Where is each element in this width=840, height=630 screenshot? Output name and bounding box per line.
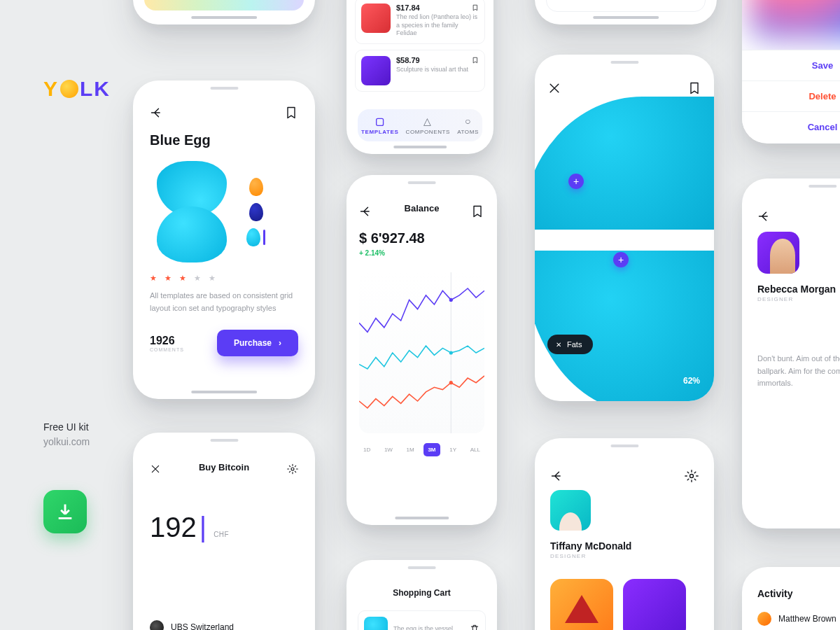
sheet-save[interactable]: Save [742,50,840,80]
variant-picker [246,178,265,246]
tab-components[interactable]: △COMPONENTS [612,0,656,1]
back-icon[interactable] [757,209,771,223]
time-range-option[interactable]: 1M [402,443,419,456]
close-icon[interactable] [150,463,161,475]
balance-delta: + 2.14% [359,249,484,257]
list-item[interactable]: $58.79Sculpture is visual art that [355,50,485,92]
user-role: DESIGNER [757,296,840,302]
variant-option[interactable] [246,228,260,246]
svg-point-2 [449,298,453,302]
thumb-icon [361,56,391,85]
back-icon[interactable] [359,204,373,218]
work-tile[interactable] [623,579,686,630]
bookmark-icon[interactable] [284,106,298,120]
screen-profile-tiffany: Tiffany McDonald DESIGNER [535,438,714,630]
svg-point-5 [690,475,694,478]
tab-atoms[interactable]: ○ATOMS [674,0,696,1]
variant-option[interactable] [249,203,263,221]
tab-components[interactable]: △COMPONENTS [406,115,450,135]
download-button[interactable] [43,490,87,533]
section-title: Activity [757,588,840,599]
egg-yolk-icon [60,80,78,98]
bookmark-icon[interactable] [472,4,479,12]
avatar [550,490,591,531]
close-icon[interactable] [547,81,561,95]
work-tile[interactable] [550,579,613,630]
product-description: All templates are based on consistent gr… [150,290,298,314]
thumb-icon [364,617,388,630]
bookmark-icon[interactable] [472,56,479,64]
download-icon [55,502,75,522]
bookmark-icon[interactable] [687,81,701,95]
comment-count: 1926COMMENTS [150,335,184,352]
variant-option[interactable] [249,178,263,196]
cloud-download-icon[interactable] [549,374,560,386]
list-item[interactable]: $17.84The red lion (Panthera leo) is a s… [355,0,485,44]
purchase-button[interactable]: Purchase› [217,330,298,356]
tab-atoms[interactable]: ○ATOMS [457,115,479,135]
bookmark-icon[interactable] [470,204,484,218]
time-range-option[interactable]: 1D [359,443,374,456]
tab-bar: ▢TEMPLATES △COMPONENTS ○ATOMS [546,0,706,12]
time-range-option[interactable]: 1W [380,443,397,456]
gear-icon[interactable] [685,469,699,483]
avatar [757,232,799,274]
gear-icon[interactable] [287,463,298,475]
screen-profile-rebecca: Rebecca Morgan DESIGNER Don't bunt. Aim … [742,178,840,528]
sheet-delete[interactable]: Delete [742,80,840,111]
trash-icon[interactable] [470,624,479,630]
tab-templates[interactable]: ▢TEMPLATES [361,115,398,135]
screen-list: The green heart is a muscular organ in m… [346,0,493,154]
tab-bar: ▢TEMPLATES △COMPONENTS ○ATOMS [144,0,304,10]
screen-action-sheet: Save Delete Cancel [742,0,840,144]
brand-logo: YLK [43,77,111,101]
tab-templates[interactable]: ▢TEMPLATES [556,0,593,1]
kit-label: Free UI kit yolkui.com [43,420,90,449]
screen-product: Blue Egg ★ ★ ★ ★ ★ All templates are bas… [133,80,315,399]
amount-input[interactable]: 192|CHF [150,512,298,543]
time-range-option[interactable]: ALL [466,443,484,456]
screen-activity: Activity Matthew Brown [742,567,840,630]
selected-indicator [263,230,265,245]
screen-cart: Shopping Cart The egg is the vessel [346,560,497,630]
screen-buy-bitcoin: Buy Bitcoin 192|CHF UBS Switzerland [133,433,315,630]
back-icon[interactable] [550,469,564,483]
close-icon[interactable]: ✕ [556,341,561,349]
time-range-selector: 1D1W1M3M1YALL [359,443,484,456]
payment-method[interactable]: UBS Switzerland [150,620,298,630]
time-range-option[interactable]: 3M [424,443,440,456]
time-range-option[interactable]: 1Y [445,443,461,456]
avatar-icon [757,612,771,626]
screen-profile-small: Gosho ▢TEMPLATES △COMPONENTS ○ATOMS [535,0,717,24]
percent-label: 62% [683,376,700,386]
chevron-right-icon: › [279,338,281,348]
page-title: Balance [359,203,484,214]
page-title: Buy Bitcoin [150,462,298,472]
rating-stars: ★ ★ ★ ★ ★ [150,274,298,283]
bank-logo-icon [150,620,164,630]
background-blur [750,0,840,38]
screen-nutrition: + + ✕Fats 62% [535,55,714,401]
page-title: Shopping Cart [358,588,486,598]
cart-item[interactable]: The egg is the vessel [358,610,486,630]
activity-item[interactable]: Matthew Brown [757,612,840,626]
hotspot-button[interactable]: + [613,252,629,267]
product-image [150,161,234,262]
nutrient-chip[interactable]: ✕Fats [547,335,593,354]
user-name: Rebecca Morgan [757,284,840,295]
balance-chart [359,272,484,433]
user-name: Tiffany McDonald [550,540,699,552]
screen-balance: Balance $ 6'927.48 + 2.14% 1D1W1M3M1YALL [346,175,497,525]
svg-point-3 [449,351,453,354]
profile-quote: Don't bunt. Aim out of the ballpark. Aim… [757,353,840,390]
thumb-icon [361,4,391,33]
user-role: DESIGNER [550,553,699,559]
svg-point-0 [291,468,294,470]
balance-value: $ 6'927.48 [359,230,484,246]
screen-tabs: ▢TEMPLATES △COMPONENTS ○ATOMS [133,0,315,24]
product-title: Blue Egg [150,132,298,148]
back-icon[interactable] [150,106,164,120]
sheet-cancel[interactable]: Cancel [742,111,840,142]
svg-point-4 [449,381,453,384]
hotspot-button[interactable]: + [568,174,584,189]
